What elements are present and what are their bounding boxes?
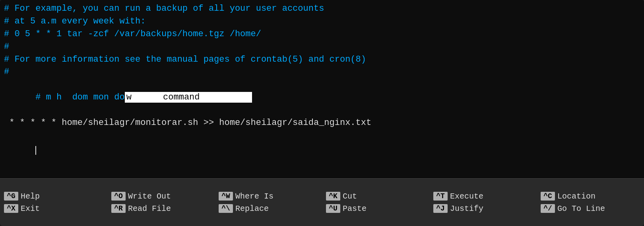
kbd-replace: ^\ xyxy=(219,204,233,213)
menu-label-execute: Execute xyxy=(450,192,483,201)
menu-label-exit: Exit xyxy=(21,204,40,213)
editor-area[interactable]: # For example, you can run a backup of a… xyxy=(0,0,644,178)
menu-item-execute[interactable]: ^T Execute xyxy=(433,192,537,201)
code-line-6: # xyxy=(4,66,640,78)
kbd-paste: ^U xyxy=(326,204,340,213)
kbd-where-is: ^W xyxy=(219,192,233,201)
menu-label-help: Help xyxy=(21,192,40,201)
menu-item-cut[interactable]: ^K Cut xyxy=(326,192,429,201)
menu-item-where-is[interactable]: ^W Where Is xyxy=(219,192,322,201)
kbd-cut: ^K xyxy=(326,192,340,201)
menu-item-replace[interactable]: ^\ Replace xyxy=(219,204,322,213)
kbd-execute: ^T xyxy=(433,192,448,201)
menu-item-location[interactable]: ^C Location xyxy=(541,192,644,201)
kbd-location: ^C xyxy=(541,192,555,201)
menu-item-exit[interactable]: ^X Exit xyxy=(4,204,107,213)
code-line-5: # For more information see the manual pa… xyxy=(4,53,640,66)
menu-label-justify: Justify xyxy=(450,204,483,213)
menu-group-6: ^C Location ^/ Go To Line xyxy=(537,179,644,226)
code-line-2: # at 5 a.m every week with: xyxy=(4,15,640,28)
kbd-exit: ^X xyxy=(4,204,18,213)
kbd-read-file: ^R xyxy=(111,204,126,213)
code-line-4: # xyxy=(4,41,640,53)
code-line-3: # 0 5 * * 1 tar -zcf /var/backups/home.t… xyxy=(4,28,640,41)
menu-label-go-to-line: Go To Line xyxy=(557,204,605,213)
menu-group-5: ^T Execute ^J Justify xyxy=(429,179,537,226)
kbd-help: ^G xyxy=(4,192,18,201)
menu-group-4: ^K Cut ^U Paste xyxy=(322,179,429,226)
menu-item-justify[interactable]: ^J Justify xyxy=(433,204,537,213)
menu-item-paste[interactable]: ^U Paste xyxy=(326,204,429,213)
menu-item-help[interactable]: ^G Help xyxy=(4,192,107,201)
menu-label-where-is: Where Is xyxy=(235,192,274,201)
kbd-justify: ^J xyxy=(433,204,448,213)
text-cursor xyxy=(35,146,36,155)
menu-label-paste: Paste xyxy=(343,204,367,213)
menu-group-1: ^G Help ^X Exit xyxy=(0,179,107,226)
menu-group-3: ^W Where Is ^\ Replace xyxy=(215,179,322,226)
menu-label-location: Location xyxy=(557,192,596,201)
cursor-line xyxy=(4,129,640,168)
menu-label-read-file: Read File xyxy=(128,204,171,213)
menu-label-cut: Cut xyxy=(343,192,357,201)
terminal: # For example, you can run a backup of a… xyxy=(0,0,644,226)
menu-label-write-out: Write Out xyxy=(128,192,171,201)
kbd-go-to-line: ^/ xyxy=(541,204,555,213)
menu-item-read-file[interactable]: ^R Read File xyxy=(111,204,215,213)
code-line-1: # For example, you can run a backup of a… xyxy=(4,2,640,15)
inline-search-input[interactable] xyxy=(125,92,252,103)
cron-line: * * * * * home/sheilagr/monitorar.sh >> … xyxy=(4,117,640,129)
menu-label-replace: Replace xyxy=(235,204,269,213)
menu-item-write-out[interactable]: ^O Write Out xyxy=(111,192,215,201)
menu-group-2: ^O Write Out ^R Read File xyxy=(107,179,215,226)
code-line-7: # m h dom mon do xyxy=(4,78,640,117)
menu-item-go-to-line[interactable]: ^/ Go To Line xyxy=(541,204,644,213)
kbd-write-out: ^O xyxy=(111,192,126,201)
statusbar: ^G Help ^X Exit ^O Write Out ^R Read Fil… xyxy=(0,178,644,226)
